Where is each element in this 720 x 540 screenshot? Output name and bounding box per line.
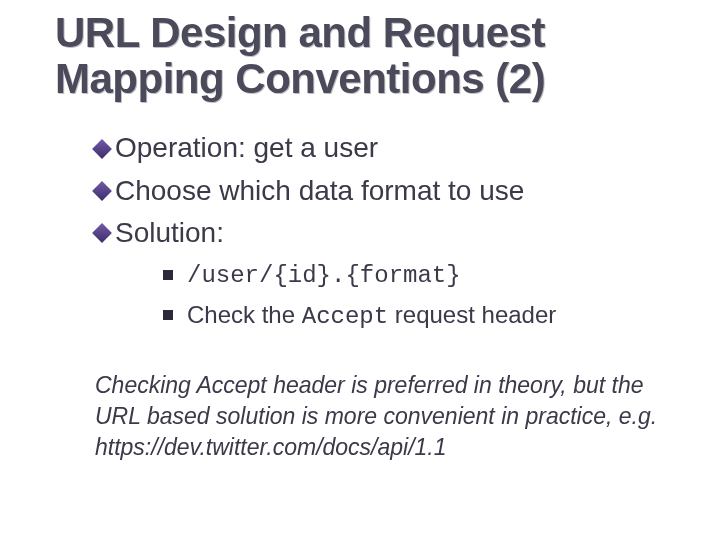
diamond-bullet-icon: [92, 223, 112, 243]
code-text: /user/{id}.{format}: [187, 260, 461, 291]
square-bullet-icon: [163, 310, 173, 320]
bullet-item: Choose which data format to use: [95, 173, 690, 209]
bullet-text: Solution:: [115, 215, 224, 251]
square-bullet-icon: [163, 270, 173, 280]
bullet-item: Operation: get a user: [95, 130, 690, 166]
bullet-text: Operation: get a user: [115, 130, 378, 166]
text-suffix: request header: [388, 301, 556, 328]
footer-note: Checking Accept header is preferred in t…: [95, 370, 690, 463]
sub-bullet-item: Check the Accept request header: [163, 299, 690, 332]
bullet-item: Solution:: [95, 215, 690, 251]
slide-title: URL Design and Request Mapping Conventio…: [55, 10, 690, 102]
slide: URL Design and Request Mapping Conventio…: [0, 0, 720, 540]
sub-bullet-item: /user/{id}.{format}: [163, 260, 690, 291]
diamond-bullet-icon: [92, 181, 112, 201]
diamond-bullet-icon: [92, 139, 112, 159]
code-text: Accept: [302, 303, 388, 330]
bullet-text: Choose which data format to use: [115, 173, 524, 209]
sub-bullet-text: Check the Accept request header: [187, 299, 556, 332]
text-prefix: Check the: [187, 301, 302, 328]
